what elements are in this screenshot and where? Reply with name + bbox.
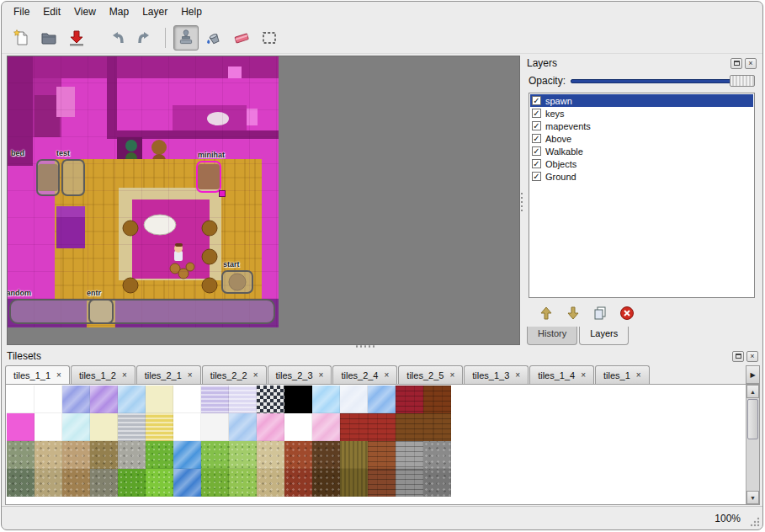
tab-close-icon[interactable]: ×	[385, 370, 390, 380]
tileset-tile[interactable]	[257, 441, 284, 469]
tab-close-icon[interactable]: ×	[636, 370, 641, 380]
tileset-tile[interactable]	[396, 441, 423, 469]
tileset-tile[interactable]	[229, 386, 257, 413]
tileset-tile[interactable]	[118, 386, 146, 413]
map-object-minihat[interactable]	[196, 161, 221, 193]
tileset-tile[interactable]	[284, 469, 312, 497]
tileset-tile[interactable]	[284, 441, 312, 469]
tab-close-icon[interactable]: ×	[449, 370, 454, 380]
tileset-tile[interactable]	[173, 469, 201, 497]
scroll-up-button[interactable]: ▲	[746, 385, 759, 398]
eraser-tool-button[interactable]	[229, 25, 254, 51]
tileset-tile[interactable]	[229, 413, 257, 441]
layer-row-spawn[interactable]: ✓spawn	[530, 94, 753, 107]
tileset-tile[interactable]	[7, 413, 35, 441]
tileset-tile[interactable]	[62, 386, 90, 413]
tileset-tile[interactable]	[62, 469, 90, 497]
layer-row-above[interactable]: ✓Above	[530, 132, 753, 145]
tileset-tile[interactable]	[90, 413, 118, 441]
tileset-tile[interactable]	[118, 441, 146, 469]
tileset-tile[interactable]	[146, 441, 173, 469]
layer-row-mapevents[interactable]: ✓mapevents	[530, 120, 753, 132]
tab-close-icon[interactable]: ×	[581, 370, 586, 380]
tab-close-icon[interactable]: ×	[515, 370, 520, 380]
tileset-tile[interactable]	[312, 469, 340, 497]
menu-view[interactable]: View	[67, 3, 103, 21]
tileset-tile[interactable]	[173, 386, 201, 413]
tileset-tile[interactable]	[62, 413, 90, 441]
map-object-entr[interactable]	[88, 299, 114, 324]
tileset-tab-tiles_2_4[interactable]: tiles_2_4×	[332, 365, 397, 384]
tileset-tile[interactable]	[118, 469, 146, 497]
tileset-tile[interactable]	[229, 469, 257, 497]
tileset-tile[interactable]	[312, 386, 340, 413]
tileset-tile[interactable]	[35, 441, 62, 469]
tab-scroll-right-button[interactable]: ▶	[746, 365, 760, 384]
tileset-tile[interactable]	[257, 386, 284, 413]
tileset-tile[interactable]	[35, 469, 62, 497]
layers-close-button[interactable]: ×	[745, 58, 757, 69]
layer-visibility-checkbox[interactable]: ✓	[532, 121, 541, 130]
tileset-tile[interactable]	[35, 413, 62, 441]
scrollbar-thumb[interactable]	[747, 399, 758, 439]
menu-layer[interactable]: Layer	[135, 3, 174, 21]
tileset-tile[interactable]	[284, 386, 312, 413]
layer-visibility-checkbox[interactable]: ✓	[532, 134, 541, 143]
tileset-tile[interactable]	[423, 441, 451, 469]
tileset-tile[interactable]	[396, 386, 423, 413]
tab-close-icon[interactable]: ×	[319, 370, 324, 380]
tileset-tile[interactable]	[35, 386, 62, 413]
opacity-slider-handle[interactable]	[730, 75, 755, 87]
rect-select-tool-button[interactable]	[257, 25, 282, 51]
tileset-tile[interactable]	[201, 469, 229, 497]
tileset-vertical-scrollbar[interactable]: ▲ ▼	[746, 385, 759, 504]
menu-file[interactable]: File	[7, 3, 36, 21]
tileset-tile[interactable]	[62, 441, 90, 469]
tileset-tile[interactable]	[284, 413, 312, 441]
resize-grip[interactable]	[749, 516, 760, 527]
tileset-tile[interactable]	[201, 413, 229, 441]
tileset-tile[interactable]	[340, 469, 368, 497]
tileset-tile[interactable]	[423, 469, 451, 497]
tileset-tile[interactable]	[7, 469, 35, 497]
tileset-tile[interactable]	[423, 386, 451, 413]
layer-visibility-checkbox[interactable]: ✓	[532, 172, 541, 181]
map-object-bed[interactable]	[36, 159, 60, 196]
lower-layer-button[interactable]	[564, 304, 582, 322]
tab-close-icon[interactable]: ×	[253, 370, 258, 380]
tileset-tile[interactable]	[229, 441, 257, 469]
menu-map[interactable]: Map	[103, 3, 135, 21]
tileset-tile[interactable]	[257, 413, 284, 441]
tileset-tile[interactable]	[312, 413, 340, 441]
opacity-slider[interactable]	[571, 75, 755, 87]
tilesets-close-button[interactable]: ×	[746, 351, 758, 362]
map-object-test[interactable]	[61, 159, 85, 196]
tileset-tab-tiles_1_2[interactable]: tiles_1_2×	[71, 365, 135, 384]
tileset-tab-tiles_2_2[interactable]: tiles_2_2×	[202, 365, 267, 384]
tileset-tile[interactable]	[257, 469, 284, 497]
tileset-tab-tiles_1_3[interactable]: tiles_1_3×	[464, 365, 529, 384]
tileset-tab-tiles_2_1[interactable]: tiles_2_1×	[136, 365, 201, 384]
redo-button[interactable]	[132, 25, 157, 51]
tileset-tile[interactable]	[7, 386, 35, 413]
tileset-tab-tiles_1_1[interactable]: tiles_1_1×	[5, 365, 70, 384]
stamp-brush-tool-button[interactable]	[173, 25, 199, 51]
layers-float-button[interactable]	[730, 58, 742, 69]
layer-visibility-checkbox[interactable]: ✓	[532, 96, 541, 105]
new-map-button[interactable]	[8, 25, 34, 51]
tileset-tile[interactable]	[368, 441, 396, 469]
map-object-random[interactable]	[9, 299, 275, 324]
tileset-tile[interactable]	[423, 413, 451, 441]
scrollbar-track[interactable]	[746, 440, 759, 491]
tileset-tile[interactable]	[146, 469, 173, 497]
layer-visibility-checkbox[interactable]: ✓	[532, 146, 541, 156]
tileset-tile[interactable]	[118, 413, 146, 441]
object-resize-handle[interactable]	[219, 190, 226, 197]
tab-close-icon[interactable]: ×	[122, 370, 127, 380]
tileset-tile[interactable]	[312, 441, 340, 469]
raise-layer-button[interactable]	[537, 304, 555, 322]
layer-visibility-checkbox[interactable]: ✓	[532, 159, 541, 168]
tileset-tab-tiles_1[interactable]: tiles_1×	[595, 365, 650, 384]
tileset-tile[interactable]	[7, 441, 35, 469]
tileset-tile[interactable]	[201, 441, 229, 469]
